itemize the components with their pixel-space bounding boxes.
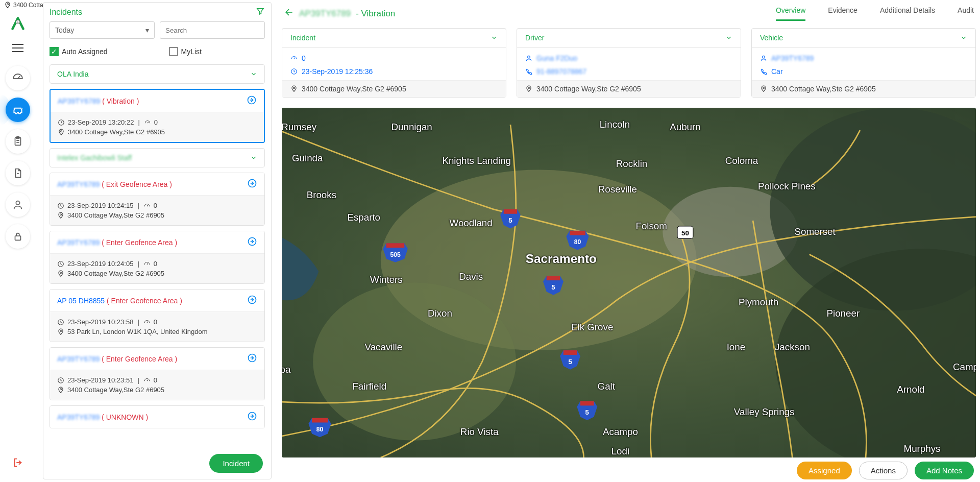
pin-icon bbox=[58, 129, 65, 136]
map-city-label: Dixon bbox=[428, 308, 452, 319]
detail-header: AP39TY6789 - Vibration Overview Evidence… bbox=[282, 2, 976, 28]
map-city-label: Fairfield bbox=[352, 381, 386, 392]
incident-card[interactable]: AP39TY6789 ( Enter Geofence Area ) 23-Se… bbox=[50, 347, 265, 400]
incident-type: ( Enter Geofence Area ) bbox=[100, 355, 177, 363]
user-icon bbox=[760, 55, 767, 62]
incident-type: ( Enter Geofence Area ) bbox=[105, 297, 182, 305]
vehicle-card-header[interactable]: Vehicle bbox=[752, 29, 975, 47]
arrow-right-circle-icon[interactable] bbox=[247, 236, 257, 248]
map-city-label: Pollock Pines bbox=[758, 181, 816, 191]
driver-name-value: Guna F2Duo bbox=[536, 54, 577, 62]
incidents-panel-title: Incidents bbox=[50, 8, 82, 17]
incidents-scroll-list[interactable]: OLA India AP39TY6789 ( Vibration ) 23-Se… bbox=[43, 62, 271, 479]
map-city-label: Elk Grove bbox=[571, 322, 613, 332]
incident-vehicle-id: AP 05 DH8855 bbox=[57, 297, 105, 305]
chevron-down-icon bbox=[250, 154, 257, 161]
incident-location-value: 3400 Cottage Way,Ste G2 #6905 bbox=[302, 85, 406, 93]
incident-group-header[interactable]: OLA India bbox=[50, 64, 265, 84]
nav-dashboard[interactable] bbox=[6, 66, 30, 90]
tab-overview[interactable]: Overview bbox=[776, 6, 805, 21]
actions-button[interactable]: Actions bbox=[859, 462, 908, 479]
driver-info-card: Driver Guna F2Duo 91-8897078867 3400 Cot… bbox=[517, 28, 741, 98]
incident-location: 3400 Cottage Way,Ste G2 #6905 bbox=[67, 270, 164, 277]
map-city-label: Woodland bbox=[450, 218, 493, 228]
tab-audit[interactable]: Audit bbox=[958, 6, 974, 21]
svg-line-32 bbox=[147, 321, 148, 322]
svg-text:50: 50 bbox=[681, 229, 689, 237]
svg-text:80: 80 bbox=[316, 426, 324, 433]
clock-icon bbox=[57, 202, 64, 209]
map-city-label: Rio Vista bbox=[460, 426, 499, 437]
menu-toggle-icon[interactable] bbox=[12, 44, 23, 54]
map-view[interactable]: 5 80 505 50 5 5 5 80 Rumsey Dunnigan Lin… bbox=[282, 108, 976, 457]
assigned-button[interactable]: Assigned bbox=[797, 462, 852, 479]
incident-card[interactable]: AP 05 DH8855 ( Enter Geofence Area ) 23-… bbox=[50, 289, 265, 342]
tab-evidence[interactable]: Evidence bbox=[828, 6, 857, 21]
sidebar-nav: IIL bbox=[0, 10, 36, 480]
incident-group-header[interactable]: Intelex Gachibowli Staff bbox=[50, 148, 265, 167]
incident-speed: 0 bbox=[154, 202, 157, 209]
svg-text:5: 5 bbox=[585, 408, 589, 416]
incident-card[interactable]: AP39TY6789 ( Exit Geofence Area ) 23-Sep… bbox=[50, 173, 265, 226]
clock-icon bbox=[58, 119, 65, 126]
incident-card[interactable]: AP39TY6789 ( Vibration ) 23-Sep-2019 13:… bbox=[50, 89, 265, 143]
vehicle-type-value: Car bbox=[771, 67, 783, 76]
logout-icon[interactable] bbox=[12, 457, 23, 470]
phone-icon bbox=[760, 68, 767, 75]
map-city-label: Camp Conn bbox=[953, 362, 976, 372]
map-city-label: Dunnigan bbox=[391, 122, 432, 132]
arrow-right-circle-icon[interactable] bbox=[247, 411, 257, 423]
chevron-down-icon bbox=[250, 70, 257, 78]
driver-card-header[interactable]: Driver bbox=[517, 29, 741, 47]
map-city-label: Guinda bbox=[292, 153, 323, 163]
search-input[interactable] bbox=[160, 21, 265, 39]
incident-speed-value: 0 bbox=[302, 54, 306, 62]
incident-vehicle-id: AP39TY6789 bbox=[57, 413, 100, 421]
nav-incidents[interactable] bbox=[6, 98, 30, 122]
phone-icon bbox=[525, 68, 532, 75]
back-arrow-icon[interactable] bbox=[284, 7, 294, 20]
speedometer-icon bbox=[143, 319, 151, 326]
pin-icon bbox=[760, 85, 767, 92]
incident-card-header[interactable]: Incident bbox=[282, 29, 506, 47]
map-city-label: Knights Landing bbox=[442, 155, 511, 166]
clock-icon bbox=[57, 319, 64, 326]
create-incident-button[interactable]: Incident bbox=[209, 454, 263, 473]
svg-line-17 bbox=[148, 122, 149, 123]
auto-assigned-checkbox[interactable]: ✓ Auto Assigned bbox=[50, 47, 108, 56]
nav-user[interactable] bbox=[6, 192, 30, 217]
add-notes-button[interactable]: Add Notes bbox=[915, 462, 974, 479]
incident-type: ( Vibration ) bbox=[102, 97, 139, 105]
incident-location: 3400 Cottage Way,Ste G2 #6905 bbox=[68, 128, 165, 136]
arrow-right-circle-icon[interactable] bbox=[247, 178, 257, 190]
map-city-label: Esparto bbox=[347, 212, 380, 223]
incident-datetime: 23-Sep-2019 10:24:05 bbox=[67, 260, 133, 268]
pin-icon bbox=[4, 2, 11, 9]
filter-icon[interactable] bbox=[256, 7, 265, 17]
date-range-select[interactable]: Today ▾ bbox=[50, 21, 155, 39]
arrow-right-circle-icon[interactable] bbox=[247, 95, 257, 107]
svg-point-45 bbox=[528, 56, 530, 58]
arrow-right-circle-icon[interactable] bbox=[247, 295, 257, 306]
mylist-checkbox[interactable]: MyList bbox=[169, 47, 202, 56]
map-city-label: Valley Springs bbox=[734, 406, 795, 417]
svg-text:IIL: IIL bbox=[17, 21, 19, 23]
nav-document[interactable] bbox=[6, 161, 30, 185]
map-city-label: Somerset bbox=[794, 226, 836, 237]
clock-icon bbox=[57, 377, 64, 384]
map-city-label: Acampo bbox=[603, 426, 638, 437]
nav-lock[interactable] bbox=[6, 224, 30, 249]
svg-point-23 bbox=[60, 213, 62, 215]
auto-assigned-label: Auto Assigned bbox=[62, 47, 108, 56]
nav-clipboard[interactable] bbox=[6, 129, 30, 154]
speedometer-icon bbox=[143, 377, 151, 384]
incident-detail: AP39TY6789 - Vibration Overview Evidence… bbox=[282, 2, 976, 479]
arrow-right-circle-icon[interactable] bbox=[247, 353, 257, 365]
svg-point-33 bbox=[60, 330, 62, 331]
incident-card[interactable]: AP39TY6789 ( UNKNOWN ) bbox=[50, 405, 265, 428]
incident-card[interactable]: AP39TY6789 ( Enter Geofence Area ) 23-Se… bbox=[50, 231, 265, 284]
tab-additional-details[interactable]: Additional Details bbox=[880, 6, 935, 21]
incident-info-card: Incident 0 23-Sep-2019 12:25:36 3400 Cot… bbox=[282, 28, 506, 98]
svg-text:5: 5 bbox=[508, 216, 512, 224]
svg-text:5: 5 bbox=[568, 358, 572, 366]
